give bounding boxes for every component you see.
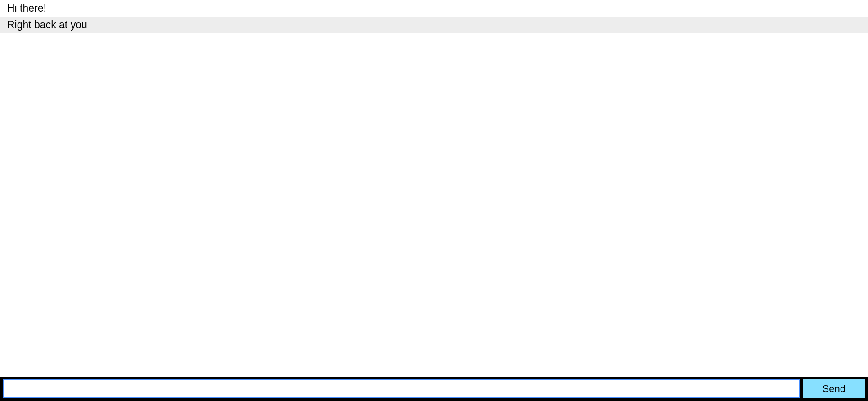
- message-list: Hi there! Right back at you: [0, 0, 868, 377]
- send-button[interactable]: Send: [803, 379, 865, 398]
- message-text: Right back at you: [7, 19, 87, 31]
- message-item: Right back at you: [0, 17, 868, 33]
- message-input[interactable]: [3, 379, 800, 398]
- message-item: Hi there!: [0, 0, 868, 17]
- input-bar: Send: [0, 377, 868, 401]
- message-text: Hi there!: [7, 2, 46, 14]
